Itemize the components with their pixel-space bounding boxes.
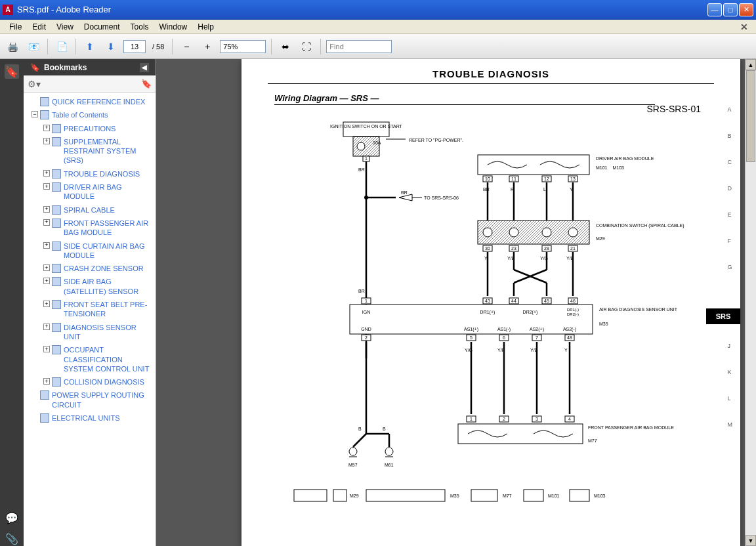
bookmark-label: DIAGNOSIS SENSOR UNIT	[64, 323, 153, 342]
close-button[interactable]: ✕	[739, 3, 753, 16]
attachments-icon[interactable]: 📎	[5, 532, 19, 546]
maximize-button[interactable]: □	[723, 3, 738, 16]
menu-view[interactable]: View	[51, 21, 79, 33]
menubar-close-icon[interactable]: ✕	[736, 22, 752, 32]
svg-rect-138	[570, 490, 589, 501]
minimize-button[interactable]: —	[707, 3, 722, 16]
bookmark-item[interactable]: +COLLISION DIAGNOSIS	[28, 375, 154, 388]
menu-help[interactable]: Help	[192, 21, 219, 33]
bookmark-page-icon	[52, 182, 61, 192]
svg-rect-129	[294, 490, 327, 501]
bookmark-expand-icon[interactable]: +	[43, 301, 50, 307]
bookmark-item[interactable]: +SIDE CURTAIN AIR BAG MODULE	[28, 240, 154, 262]
bookmark-item[interactable]: +TROUBLE DIAGNOSIS	[28, 167, 154, 180]
bookmark-item[interactable]: ELECTRICAL UNITS	[28, 411, 154, 425]
svg-text:M35: M35	[599, 322, 608, 326]
bookmark-expand-icon[interactable]: +	[43, 183, 50, 190]
bookmark-page-icon	[52, 242, 61, 251]
svg-text:AS2(+): AS2(+)	[530, 327, 544, 332]
bookmark-item[interactable]: +DRIVER AIR BAG MODULE	[28, 180, 154, 203]
prev-page-button[interactable]: ⬆	[81, 38, 98, 55]
fit-page-button[interactable]: ⛶	[298, 38, 315, 55]
svg-text:48: 48	[567, 335, 572, 340]
zoom-in-button[interactable]: +	[199, 38, 216, 55]
bookmark-item[interactable]: +SUPPLEMENTAL RESTRAINT SYSTEM (SRS)	[28, 135, 154, 167]
svg-text:DRIVER AIR BAG MODULE: DRIVER AIR BAG MODULE	[596, 156, 654, 161]
zoom-out-button[interactable]: −	[178, 38, 195, 55]
bookmarks-collapse-button[interactable]: ◀	[140, 63, 149, 72]
bookmark-expand-icon[interactable]: +	[43, 324, 50, 330]
svg-text:L: L	[543, 187, 546, 192]
bookmark-item[interactable]: +FRONT SEAT BELT PRE-TENSIONER	[28, 298, 154, 321]
bookmark-label: SUPPLEMENTAL RESTRAINT SYSTEM (SRS)	[64, 137, 153, 165]
menu-file[interactable]: File	[4, 21, 27, 33]
zoom-select[interactable]	[220, 40, 266, 53]
page-number-input[interactable]	[123, 40, 146, 53]
svg-text:Y/G: Y/G	[465, 348, 472, 352]
svg-text:DR2(-): DR2(-)	[567, 312, 579, 316]
bookmark-page-icon	[52, 277, 61, 286]
document-view[interactable]: TROUBLE DIAGNOSIS Wiring Diagram — SRS —…	[156, 59, 756, 546]
vertical-scrollbar[interactable]: ▲ ▼	[745, 59, 756, 546]
scroll-thumb[interactable]	[746, 70, 755, 162]
bookmark-expand-icon[interactable]: +	[43, 378, 50, 385]
scroll-up-button[interactable]: ▲	[746, 59, 756, 70]
bookmark-expand-icon[interactable]: +	[43, 278, 50, 284]
bookmark-item[interactable]: +FRONT PASSENGER AIR BAG MODULE	[28, 217, 154, 240]
bookmark-expand-icon[interactable]: +	[43, 264, 50, 271]
bookmark-page-icon	[40, 110, 49, 119]
bookmark-item[interactable]: QUICK REFERENCE INDEX	[28, 95, 154, 108]
bookmark-expand-icon[interactable]: +	[43, 138, 50, 144]
email-button[interactable]: 📧	[25, 38, 42, 55]
find-input[interactable]	[326, 40, 392, 53]
svg-text:M35: M35	[450, 494, 459, 498]
svg-text:5: 5	[470, 335, 472, 340]
page-total-label: / 58	[150, 43, 167, 51]
scroll-down-button[interactable]: ▼	[746, 535, 756, 546]
bookmark-label: FRONT SEAT BELT PRE-TENSIONER	[64, 300, 153, 319]
bookmark-item[interactable]: +SIDE AIR BAG (SATELLITE) SENSOR	[28, 275, 154, 298]
bookmark-page-icon	[52, 300, 61, 309]
svg-text:M77: M77	[503, 494, 512, 498]
next-page-button[interactable]: ⬇	[102, 38, 119, 55]
bookmark-expand-icon	[32, 391, 38, 398]
bookmark-expand-icon[interactable]: +	[43, 219, 50, 226]
svg-text:AS1(-): AS1(-)	[497, 327, 511, 332]
bookmark-item[interactable]: −Table of Contents	[28, 108, 154, 121]
bookmark-expand-icon[interactable]: +	[43, 206, 50, 213]
page-thumbs-button[interactable]: 📄	[53, 38, 70, 55]
menu-edit[interactable]: Edit	[27, 21, 51, 33]
bookmark-expand-icon[interactable]: +	[43, 242, 50, 249]
bookmark-label: FRONT PASSENGER AIR BAG MODULE	[64, 219, 153, 238]
menu-tools[interactable]: Tools	[125, 21, 154, 33]
svg-text:Y/B: Y/B	[530, 348, 538, 352]
comments-icon[interactable]: 💬	[5, 511, 19, 525]
bookmark-item[interactable]: +CRASH ZONE SENSOR	[28, 262, 154, 275]
bookmark-expand-icon[interactable]: +	[43, 125, 50, 131]
bookmark-item[interactable]: +PRECAUTIONS	[28, 122, 154, 135]
print-button[interactable]: 🖨️	[4, 38, 21, 55]
menu-document[interactable]: Document	[79, 21, 125, 33]
bookmark-item[interactable]: +OCCUPANT CLASSIFICATION SYSTEM CONTROL …	[28, 343, 154, 375]
bookmark-page-icon	[52, 169, 61, 178]
bookmark-page-icon	[52, 345, 61, 354]
svg-text:45: 45	[544, 299, 549, 303]
svg-text:13: 13	[570, 177, 576, 181]
fit-width-button[interactable]: ⬌	[277, 38, 294, 55]
bookmark-expand-icon[interactable]: +	[43, 346, 50, 352]
svg-text:4: 4	[568, 417, 571, 421]
svg-text:FRONT PASSENGER AIR BAG MODULE: FRONT PASSENGER AIR BAG MODULE	[588, 425, 674, 430]
bookmarks-toolbar: ⚙▾ 🔖	[24, 75, 156, 93]
bookmark-item[interactable]: +DIAGNOSIS SENSOR UNIT	[28, 321, 154, 344]
bookmarks-icon[interactable]: 🔖	[5, 64, 19, 79]
menu-window[interactable]: Window	[154, 21, 193, 33]
bookmark-label: SPIRAL CABLE	[64, 205, 115, 215]
bookmarks-new-icon[interactable]: 🔖	[141, 79, 152, 89]
bookmark-expand-icon[interactable]: −	[32, 111, 38, 117]
svg-text:30: 30	[485, 246, 490, 251]
bookmark-item[interactable]: POWER SUPPLY ROUTING CIRCUIT	[28, 388, 154, 411]
bookmark-expand-icon[interactable]: +	[43, 170, 50, 177]
bookmarks-tree[interactable]: QUICK REFERENCE INDEX−Table of Contents+…	[24, 93, 156, 546]
bookmark-item[interactable]: +SPIRAL CABLE	[28, 203, 154, 217]
bookmarks-options-icon[interactable]: ⚙▾	[28, 79, 41, 89]
